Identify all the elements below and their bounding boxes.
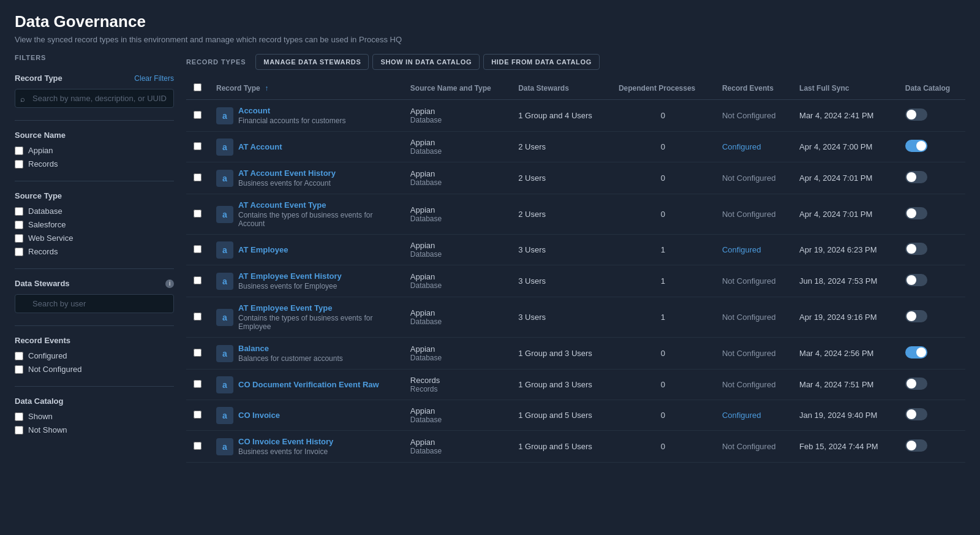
data-catalog-toggle[interactable] [905,171,927,183]
record-type-name[interactable]: CO Document Verification Event Raw [238,380,379,389]
data-catalog-cell[interactable] [898,297,965,338]
row-checkbox-cell[interactable] [186,265,209,297]
source-type-records-checkbox[interactable] [15,248,23,256]
source-type-webservice-checkbox[interactable] [15,234,23,243]
data-catalog-cell[interactable] [898,370,965,400]
record-type-name[interactable]: AT Account Event Type [238,200,396,210]
source-type-salesforce-checkbox[interactable] [15,221,23,229]
row-checkbox-cell[interactable] [186,162,209,194]
row-checkbox[interactable] [194,210,202,218]
row-checkbox-cell[interactable] [186,338,209,370]
source-name-label: Source Name [15,131,66,140]
row-checkbox-cell[interactable] [186,132,209,162]
data-catalog-toggle[interactable] [905,140,927,152]
record-type-name[interactable]: Account [238,106,345,115]
record-events-configured[interactable]: Configured [15,351,174,360]
record-events-not-configured-checkbox[interactable] [15,365,23,374]
last-full-sync-cell: Apr 4, 2024 7:01 PM [792,162,898,194]
appian-icon: a [216,107,233,124]
source-name-records[interactable]: Records [15,159,174,169]
record-events-value: Not Configured [722,442,775,451]
row-checkbox[interactable] [194,111,202,119]
source-type-salesforce[interactable]: Salesforce [15,220,174,229]
source-type-database-checkbox[interactable] [15,207,23,216]
row-checkbox[interactable] [194,276,202,284]
record-events-cell: Not Configured [715,338,792,370]
table-row: a CO Invoice Appian Database 1 Group and… [186,400,965,431]
data-catalog-toggle[interactable] [905,408,927,420]
row-checkbox-cell[interactable] [186,431,209,463]
record-type-name[interactable]: CO Invoice [238,411,280,420]
row-checkbox[interactable] [194,142,202,150]
record-type-search-wrap: ⌕ [15,89,174,108]
data-catalog-toggle[interactable] [905,346,927,359]
row-checkbox[interactable] [194,245,202,253]
row-checkbox[interactable] [194,380,202,388]
select-all-checkbox[interactable] [194,83,202,91]
data-stewards-cell: 1 Group and 5 Users [511,400,611,431]
appian-icon: a [216,376,233,393]
hide-from-data-catalog-button[interactable]: HIDE FROM DATA CATALOG [483,54,600,70]
table-row: a AT Account Event Type Contains the typ… [186,194,965,235]
record-type-name[interactable]: CO Invoice Event History [238,437,333,446]
row-checkbox-cell[interactable] [186,235,209,265]
row-checkbox-cell[interactable] [186,370,209,400]
row-checkbox[interactable] [194,442,202,450]
show-in-data-catalog-button[interactable]: SHOW IN DATA CATALOG [372,54,480,70]
manage-data-stewards-button[interactable]: MANAGE DATA STEWARDS [255,54,369,70]
record-type-name[interactable]: AT Employee [238,245,288,254]
record-type-desc: Balances for customer accounts [238,354,343,363]
data-catalog-cell[interactable] [898,338,965,370]
record-type-name[interactable]: AT Account [238,142,282,151]
data-catalog-toggle[interactable] [905,439,927,452]
data-catalog-not-shown-checkbox[interactable] [15,426,23,434]
data-catalog-cell[interactable] [898,265,965,297]
data-catalog-cell[interactable] [898,132,965,162]
data-catalog-cell[interactable] [898,100,965,132]
row-checkbox-cell[interactable] [186,297,209,338]
select-all-header[interactable] [186,77,209,100]
source-name-records-checkbox[interactable] [15,160,23,169]
record-type-name[interactable]: Balance [238,344,343,353]
record-events-configured-checkbox[interactable] [15,352,23,360]
record-type-cell: a AT Account Event History Business even… [209,162,403,194]
row-checkbox[interactable] [194,313,202,321]
source-type-records[interactable]: Records [15,247,174,256]
data-catalog-shown-checkbox[interactable] [15,412,23,421]
data-catalog-cell[interactable] [898,400,965,431]
source-name-appian[interactable]: Appian [15,146,174,155]
source-name-appian-checkbox[interactable] [15,146,23,155]
clear-filters-button[interactable]: Clear Filters [134,74,174,83]
data-catalog-toggle[interactable] [905,378,927,390]
record-type-search-input[interactable] [15,89,174,108]
dependent-processes-cell: 1 [611,235,715,265]
record-type-name[interactable]: AT Employee Event Type [238,303,396,313]
record-type-name[interactable]: AT Employee Event History [238,271,342,281]
data-catalog-toggle[interactable] [905,310,927,322]
data-catalog-cell[interactable] [898,431,965,463]
data-catalog-toggle[interactable] [905,243,927,255]
row-checkbox[interactable] [194,173,202,181]
row-checkbox-cell[interactable] [186,400,209,431]
record-events-value: Configured [722,411,761,420]
data-catalog-toggle[interactable] [905,207,927,219]
data-catalog-shown[interactable]: Shown [15,412,174,421]
row-checkbox[interactable] [194,411,202,419]
data-catalog-cell[interactable] [898,162,965,194]
row-checkbox-cell[interactable] [186,194,209,235]
data-catalog-toggle[interactable] [905,274,927,286]
action-buttons: MANAGE DATA STEWARDS SHOW IN DATA CATALO… [255,54,600,70]
col-record-type[interactable]: Record Type ↑ [209,77,403,100]
row-checkbox[interactable] [194,349,202,357]
data-stewards-cell: 3 Users [511,297,611,338]
data-stewards-search-input[interactable] [15,294,174,313]
record-type-name[interactable]: AT Account Event History [238,169,336,178]
data-catalog-toggle[interactable] [905,108,927,121]
source-type-database[interactable]: Database [15,207,174,216]
source-type-webservice[interactable]: Web Service [15,233,174,243]
record-events-not-configured[interactable]: Not Configured [15,365,174,374]
row-checkbox-cell[interactable] [186,100,209,132]
data-catalog-cell[interactable] [898,235,965,265]
data-catalog-cell[interactable] [898,194,965,235]
data-catalog-not-shown[interactable]: Not Shown [15,425,174,434]
